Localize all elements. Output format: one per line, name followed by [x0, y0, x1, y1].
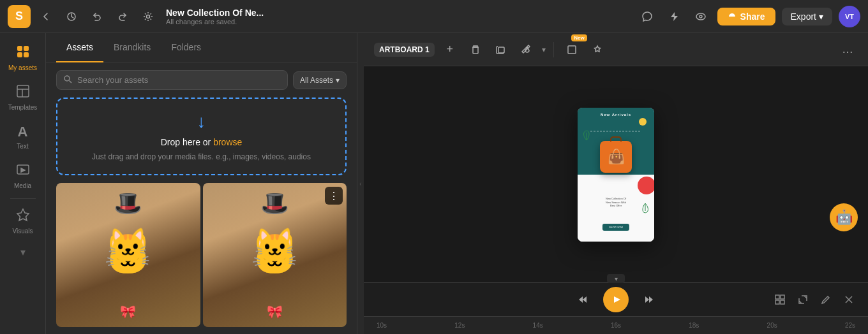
- timeline-collapse-button[interactable]: ▾: [607, 274, 625, 283]
- tab-folders[interactable]: Folders: [161, 33, 211, 62]
- undo-button[interactable]: [87, 6, 107, 27]
- tab-assets[interactable]: Assets: [56, 33, 103, 62]
- cat-image-1: 🎩 🐱 🎀: [56, 183, 200, 327]
- resize-button[interactable]: [794, 291, 812, 309]
- media-item[interactable]: 🎩 🐱 🎀: [56, 183, 200, 327]
- duplicate-artboard-button[interactable]: [491, 40, 511, 60]
- topbar-right: Share Export ▾ VT: [637, 6, 860, 27]
- assets-filter-dropdown[interactable]: All Assets ▾: [293, 71, 347, 89]
- toolbar-separator: [553, 42, 554, 57]
- fill-arrow: ▾: [542, 45, 546, 54]
- sidebar-item-templates[interactable]: Templates: [0, 78, 45, 117]
- svg-rect-21: [775, 295, 779, 299]
- svg-rect-15: [473, 47, 478, 54]
- chat-button[interactable]: [637, 6, 657, 27]
- svg-rect-5: [24, 46, 29, 51]
- pen-tool-button[interactable]: [817, 291, 835, 309]
- svg-rect-23: [775, 300, 779, 304]
- assets-tabs: Assets Brandkits Folders: [46, 33, 357, 62]
- media-item-menu-button[interactable]: ⋮: [325, 187, 343, 205]
- svg-line-14: [70, 81, 72, 84]
- ai-tools-button[interactable]: [587, 40, 608, 60]
- settings-button[interactable]: [138, 6, 158, 27]
- sidebar-item-visuals-label: Visuals: [12, 228, 33, 235]
- drop-arrow-icon: ↓: [197, 112, 206, 132]
- svg-rect-7: [24, 52, 29, 57]
- browse-link[interactable]: browse: [213, 137, 242, 147]
- timeline-controls: ▾: [364, 283, 868, 316]
- tab-brandkits[interactable]: Brandkits: [103, 33, 161, 62]
- search-icon: [63, 75, 72, 85]
- canvas-toolbar: ARTBOARD 1 + ▾ New: [364, 33, 868, 66]
- export-button[interactable]: Export ▾: [782, 8, 832, 25]
- media-grid: 🎩 🐱 🎀 🎩 🐱 🎀 ⋮: [46, 183, 357, 334]
- sidebar-divider: [10, 198, 36, 199]
- avatar[interactable]: VT: [839, 6, 860, 27]
- sidebar-item-media-label: Media: [14, 182, 31, 189]
- svg-marker-12: [17, 209, 29, 221]
- ruler-mark: 10s: [369, 322, 394, 329]
- sidebar-item-text[interactable]: A Text: [0, 117, 45, 156]
- cat-image-2: 🎩 🐱 🎀: [203, 183, 347, 327]
- title-area: New Collection Of Ne... All changes are …: [166, 8, 632, 25]
- svg-point-1: [147, 15, 150, 18]
- svg-rect-24: [781, 300, 784, 304]
- svg-rect-4: [17, 46, 22, 51]
- assets-icon: [16, 45, 30, 62]
- artboard-subtitle: New Collection OfNew Season WithBest Off…: [606, 197, 626, 208]
- artboard-cta: SHOP NOW: [602, 224, 629, 231]
- frame-button[interactable]: [562, 40, 582, 60]
- sidebar-item-templates-label: Templates: [8, 104, 38, 111]
- sidebar-item-my-assets-label: My assets: [8, 64, 37, 71]
- share-button[interactable]: Share: [717, 8, 775, 25]
- timeline-area: ▾: [364, 282, 868, 334]
- preview-button[interactable]: [691, 6, 711, 27]
- svg-point-2: [696, 13, 705, 20]
- drop-sub-text: Just drag and drop your media files. e.g…: [92, 152, 311, 161]
- svg-rect-16: [498, 47, 504, 53]
- play-button[interactable]: [603, 287, 629, 312]
- media-item[interactable]: 🎩 🐱 🎀 ⋮: [203, 183, 347, 327]
- sidebar-icons: My assets Templates A Text Media Visuals…: [0, 33, 46, 334]
- sidebar-item-media[interactable]: Media: [0, 156, 45, 196]
- main-area: My assets Templates A Text Media Visuals…: [0, 33, 868, 334]
- delete-artboard-button[interactable]: [465, 40, 486, 60]
- svg-point-3: [700, 15, 702, 18]
- rewind-button[interactable]: [572, 289, 593, 310]
- red-circle-deco: [638, 177, 654, 194]
- artboard-label: ARTBOARD 1: [374, 43, 435, 57]
- left-panel: Assets Brandkits Folders All Assets ▾ ↓ …: [46, 33, 357, 334]
- app-logo[interactable]: S: [8, 5, 31, 28]
- flash-button[interactable]: [664, 6, 684, 27]
- ruler-mark: 16s: [603, 322, 629, 329]
- media-icon: [16, 163, 30, 180]
- timeline-right-controls: [771, 291, 858, 309]
- ai-bot-button[interactable]: 🤖: [830, 203, 858, 231]
- grid-view-button[interactable]: [771, 291, 789, 309]
- sidebar-item-my-assets[interactable]: My assets: [0, 38, 45, 78]
- templates-icon: [16, 84, 30, 101]
- ruler-marks: 10s 12s 14s 16s 18s 20s 22s: [369, 322, 863, 329]
- visuals-icon: [16, 208, 30, 225]
- redo-button[interactable]: [112, 6, 133, 27]
- back-button[interactable]: [36, 6, 56, 27]
- panel-collapse-handle[interactable]: ‹: [357, 33, 364, 334]
- sidebar-scroll-down[interactable]: ▾: [0, 241, 45, 263]
- search-input[interactable]: [77, 75, 281, 85]
- forward-button[interactable]: [639, 289, 659, 310]
- document-title: New Collection Of Ne...: [166, 8, 632, 18]
- artboard-preview[interactable]: New Arrivals 👜 New Collection OfNew Seas…: [578, 108, 654, 242]
- more-options-button[interactable]: …: [837, 40, 858, 60]
- add-artboard-button[interactable]: +: [440, 40, 460, 60]
- search-box: [56, 70, 288, 90]
- topbar: S New Collection Of Ne... All changes ar…: [0, 0, 868, 33]
- svg-point-13: [64, 76, 70, 81]
- sidebar-item-visuals[interactable]: Visuals: [0, 201, 45, 241]
- search-area: All Assets ▾: [46, 62, 357, 98]
- history-button[interactable]: [61, 6, 82, 27]
- fill-button[interactable]: [516, 40, 537, 60]
- ruler-mark: 14s: [525, 322, 551, 329]
- artboard-title: New Arrivals: [601, 113, 631, 117]
- drop-zone[interactable]: ↓ Drop here or browse Just drag and drop…: [56, 98, 347, 175]
- close-timeline-button[interactable]: [840, 291, 858, 309]
